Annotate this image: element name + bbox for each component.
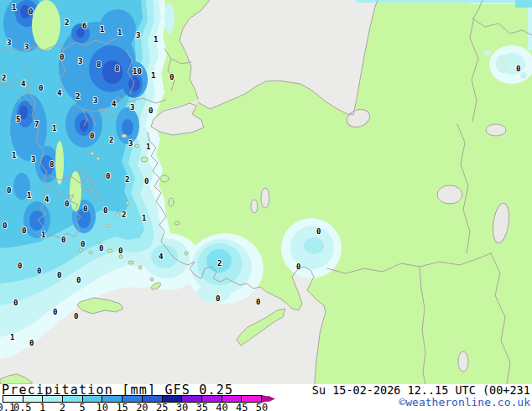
grid-value: 0 xyxy=(83,205,87,213)
grid-value: 0 xyxy=(3,221,7,230)
grid-value: 2 xyxy=(109,136,113,144)
grid-value: 1 xyxy=(117,29,122,37)
grid-value: 0 xyxy=(13,299,18,307)
legend-footer: Precipitation [mm] GFS 0.25 0.10.5125101… xyxy=(0,384,532,411)
grid-value: 1 xyxy=(151,71,155,80)
grid-value: 0 xyxy=(144,177,149,185)
grid-value: 1 xyxy=(12,151,16,159)
grid-value: 8 xyxy=(96,60,101,69)
grid-value: 1 xyxy=(12,3,16,12)
grid-value: 1 xyxy=(100,25,104,34)
grid-value: 0 xyxy=(216,294,220,303)
grid-value: 1 xyxy=(10,333,14,341)
grid-value: 3 xyxy=(24,43,29,51)
grid-value: 3 xyxy=(31,155,35,164)
grid-value: 1 xyxy=(27,191,31,200)
weather-map-page: 1026113133038810102404234305710231138020… xyxy=(0,0,532,411)
grid-value: 2 xyxy=(125,175,129,184)
grid-value: 8 xyxy=(115,65,119,73)
grid-value: 3 xyxy=(78,57,82,65)
grid-value: 0 xyxy=(118,247,123,255)
legend-tick-label: 20 xyxy=(136,402,148,411)
grid-value: 0 xyxy=(61,236,65,244)
grid-value: 0 xyxy=(296,263,300,271)
grid-value: 1 xyxy=(142,214,146,222)
grid-value: 4 xyxy=(21,80,26,88)
grid-value: 10 xyxy=(133,67,142,75)
grid-value: 0 xyxy=(39,84,43,92)
map-canvas: 1026113133038810102404234305710231138020… xyxy=(0,0,532,384)
grid-value: 0 xyxy=(60,53,64,61)
grid-value: 0 xyxy=(76,276,81,284)
grid-value: 0 xyxy=(65,200,69,208)
legend-tick-label: 40 xyxy=(216,402,227,411)
grid-value: 6 xyxy=(82,22,86,30)
grid-value: 4 xyxy=(57,89,62,97)
legend-tick-label: 50 xyxy=(256,402,268,411)
grid-value: 3 xyxy=(93,96,97,105)
grid-value: 0 xyxy=(149,107,153,115)
grid-value: 0 xyxy=(103,206,107,215)
legend-tick-label: 5 xyxy=(79,402,85,411)
grid-value: 0 xyxy=(170,73,174,81)
grid-value: 1 xyxy=(41,231,45,239)
grid-value: 0 xyxy=(256,298,260,306)
grid-value: 0 xyxy=(18,262,22,270)
legend-tick-label: 25 xyxy=(156,402,168,411)
grid-value: 0 xyxy=(37,267,41,275)
legend-tick-label: 10 xyxy=(96,402,108,411)
grid-value: 0 xyxy=(74,312,78,320)
grid-value: 3 xyxy=(130,103,134,112)
legend-tick-label: 35 xyxy=(196,402,207,411)
lake-van xyxy=(437,185,462,204)
legend-tick-label: 1 xyxy=(39,402,45,411)
grid-value: 1 xyxy=(154,35,158,44)
grid-value: 0 xyxy=(90,132,94,140)
grid-value: 3 xyxy=(7,39,11,47)
legend-tick-label: 15 xyxy=(116,402,128,411)
grid-value: 4 xyxy=(44,195,50,204)
legend-tick-label: 0.5 xyxy=(13,402,32,411)
grid-value: 8 xyxy=(50,160,54,169)
grid-value: 0 xyxy=(57,271,61,279)
grid-value: 0 xyxy=(29,339,34,347)
legend-tick-label: 30 xyxy=(176,402,188,411)
grid-value: 1 xyxy=(52,124,56,133)
legend-tick-label: 45 xyxy=(236,402,248,411)
grid-value: 4 xyxy=(159,252,164,261)
grid-value: 3 xyxy=(136,31,140,39)
copyright-credit: ©weatheronline.co.uk xyxy=(399,396,530,408)
grid-value: 3 xyxy=(128,139,133,148)
grid-value: 7 xyxy=(34,120,39,128)
grid-value: 0 xyxy=(7,186,11,195)
grid-value: 4 xyxy=(112,100,117,108)
grid-value: 2 xyxy=(76,92,80,101)
grid-value: 5 xyxy=(16,115,20,123)
grid-value: 1 xyxy=(146,143,150,151)
grid-value: 2 xyxy=(217,259,222,268)
legend-tick-label: 2 xyxy=(60,402,65,411)
grid-value: 0 xyxy=(316,227,321,236)
grid-value: 0 xyxy=(106,172,110,180)
grid-value: 2 xyxy=(65,18,69,27)
grid-value: 0 xyxy=(22,226,26,235)
grid-value: 0 xyxy=(516,65,520,73)
precipitation-map: 1026113133038810102404234305710231138020… xyxy=(0,0,532,384)
grid-value: 0 xyxy=(81,240,85,248)
grid-value: 0 xyxy=(99,244,103,252)
valid-time-label: Su 15-02-2026 12..15 UTC (00+231) xyxy=(312,384,532,397)
grid-value: 2 xyxy=(122,211,126,219)
grid-value: 0 xyxy=(53,308,57,316)
grid-value: 2 xyxy=(2,74,6,82)
grid-value: 0 xyxy=(29,8,33,16)
